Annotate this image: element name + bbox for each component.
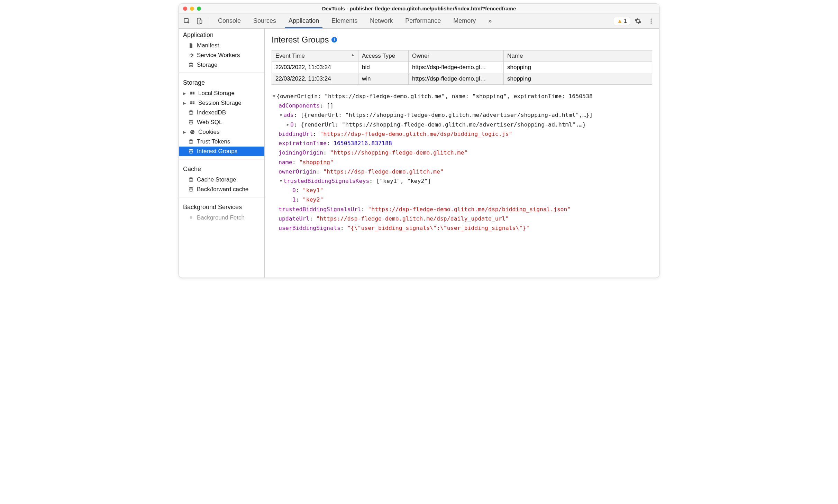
sidebar-item-label: Cache Storage <box>197 176 236 183</box>
column-header-event-time[interactable]: Event Time ▲ <box>272 50 358 62</box>
cell-owner: https://dsp-fledge-demo.gl… <box>409 73 504 85</box>
caret-icon[interactable] <box>279 178 283 184</box>
sidebar-section-background: Background Services <box>179 200 264 213</box>
sidebar-item-label: Background Fetch <box>197 214 245 221</box>
sidebar-item-service-workers[interactable]: Service Workers <box>179 50 264 60</box>
window-close-button[interactable] <box>183 7 187 11</box>
json-prop-name[interactable]: name: "shopping" <box>272 158 652 167</box>
json-prop-adcomponents[interactable]: adComponents: [] <box>272 101 652 110</box>
tab-sources[interactable]: Sources <box>247 13 282 28</box>
sidebar-item-label: Session Storage <box>198 100 242 106</box>
main-tabs: Console Sources Application Elements Net… <box>212 13 612 28</box>
window-maximize-button[interactable] <box>197 7 201 11</box>
tab-application[interactable]: Application <box>282 13 325 28</box>
caret-icon[interactable] <box>279 112 283 119</box>
warnings-badge[interactable]: ▲ 1 <box>614 17 630 25</box>
sidebar-item-label: IndexedDB <box>197 109 226 116</box>
svg-rect-11 <box>190 101 192 102</box>
sidebar-item-label: Cookies <box>198 129 219 136</box>
svg-point-5 <box>650 22 652 24</box>
sidebar-divider <box>179 73 264 73</box>
json-prop-tbsk-1[interactable]: 1: "key2" <box>272 195 652 204</box>
inspect-element-icon[interactable] <box>182 16 192 26</box>
svg-rect-2 <box>200 20 202 23</box>
json-prop-tbsurl[interactable]: trustedBiddingSignalsUrl: "https://dsp-f… <box>272 205 652 214</box>
info-icon[interactable]: i <box>331 37 337 43</box>
sidebar-item-trust-tokens[interactable]: Trust Tokens <box>179 137 264 147</box>
svg-point-20 <box>192 132 192 133</box>
svg-point-22 <box>189 139 193 141</box>
expand-arrow-icon[interactable]: ▶ <box>182 101 186 105</box>
more-menu-icon[interactable] <box>646 16 656 26</box>
content-pane: Interest Groups i Event Time ▲ Access Ty… <box>265 29 659 278</box>
table-icon <box>189 90 195 96</box>
svg-rect-7 <box>190 92 192 93</box>
arrow-up-icon <box>188 215 194 221</box>
column-header-name[interactable]: Name <box>504 50 652 62</box>
caret-icon[interactable] <box>272 93 276 100</box>
sidebar-item-session-storage[interactable]: ▶ Session Storage <box>179 98 264 108</box>
sidebar-item-label: Local Storage <box>198 90 235 97</box>
sidebar-item-manifest[interactable]: Manifest <box>179 41 264 50</box>
json-prop-ownerorigin[interactable]: ownerOrigin: "https://dsp-fledge-demo.gl… <box>272 167 652 176</box>
json-prop-expirationtime[interactable]: expirationTime: 1650538216.837188 <box>272 139 652 148</box>
sidebar-divider <box>179 159 264 159</box>
panel-heading: Interest Groups i <box>272 35 652 45</box>
caret-icon[interactable] <box>285 122 290 128</box>
tab-performance[interactable]: Performance <box>399 13 447 28</box>
table-row[interactable]: 22/03/2022, 11:03:24 win https://dsp-fle… <box>272 73 652 85</box>
sidebar-divider <box>179 197 264 197</box>
sidebar-item-interest-groups[interactable]: Interest Groups <box>179 147 264 156</box>
json-prop-tbsk[interactable]: trustedBiddingSignalsKeys: ["key1", "key… <box>272 176 652 186</box>
json-root[interactable]: {ownerOrigin: "https://dsp-fledge-demo.g… <box>272 92 652 101</box>
json-prop-userbiddingsignals[interactable]: userBiddingSignals: "{\"user_bidding_sig… <box>272 223 652 233</box>
sidebar-item-bfcache[interactable]: Back/forward cache <box>179 185 264 194</box>
file-icon <box>188 43 194 49</box>
database-icon <box>188 177 194 183</box>
gear-icon <box>188 52 194 58</box>
sidebar-item-indexeddb[interactable]: IndexedDB <box>179 108 264 118</box>
sidebar-item-cookies[interactable]: ▶ Cookies <box>179 127 264 137</box>
sidebar-item-storage[interactable]: Storage <box>179 60 264 70</box>
window-title: DevTools - publisher-fledge-demo.glitch.… <box>179 6 659 11</box>
json-prop-ads[interactable]: ads: [{renderUrl: "https://shopping-fled… <box>272 110 652 120</box>
sidebar-item-background-fetch[interactable]: Background Fetch <box>179 213 264 223</box>
svg-point-17 <box>190 130 194 134</box>
svg-point-3 <box>650 18 652 19</box>
sidebar-item-websql[interactable]: Web SQL <box>179 118 264 127</box>
json-prop-joiningorigin[interactable]: joiningOrigin: "https://shopping-fledge-… <box>272 148 652 157</box>
table-row[interactable]: 22/03/2022, 11:03:24 bid https://dsp-fle… <box>272 62 652 73</box>
sidebar-item-cache-storage[interactable]: Cache Storage <box>179 175 264 185</box>
svg-rect-13 <box>190 103 192 104</box>
json-prop-updateurl[interactable]: updateUrl: "https://dsp-fledge-demo.glit… <box>272 214 652 223</box>
sidebar-item-label: Trust Tokens <box>197 138 230 145</box>
panel-heading-text: Interest Groups <box>272 35 329 45</box>
device-toolbar-icon[interactable] <box>194 16 204 26</box>
tab-elements[interactable]: Elements <box>325 13 364 28</box>
sidebar-section-application: Application <box>179 29 264 41</box>
table-icon <box>189 100 195 106</box>
window-minimize-button[interactable] <box>190 7 194 11</box>
expand-arrow-icon[interactable]: ▶ <box>182 130 186 134</box>
sort-arrow-icon: ▲ <box>351 53 355 57</box>
svg-point-23 <box>189 149 193 150</box>
svg-point-21 <box>193 132 194 133</box>
cell-owner: https://dsp-fledge-demo.gl… <box>409 62 504 73</box>
more-tabs-button[interactable]: » <box>482 13 498 28</box>
sidebar-item-local-storage[interactable]: ▶ Local Storage <box>179 88 264 98</box>
json-prop-ads-0[interactable]: 0: {renderUrl: "https://shopping-fledge-… <box>272 120 652 129</box>
column-header-owner[interactable]: Owner <box>409 50 504 62</box>
column-header-access-type[interactable]: Access Type <box>358 50 409 62</box>
tab-console[interactable]: Console <box>212 13 247 28</box>
svg-rect-12 <box>193 101 194 102</box>
tab-memory[interactable]: Memory <box>447 13 482 28</box>
expand-arrow-icon[interactable]: ▶ <box>182 91 186 96</box>
sidebar-item-label: Interest Groups <box>197 148 237 155</box>
json-prop-tbsk-0[interactable]: 0: "key1" <box>272 186 652 195</box>
main-area: Application Manifest Service Workers Sto… <box>179 29 659 278</box>
json-prop-biddingurl[interactable]: biddingUrl: "https://dsp-fledge-demo.gli… <box>272 129 652 139</box>
interest-groups-table: Event Time ▲ Access Type Owner Name 22/0… <box>272 50 652 85</box>
tab-network[interactable]: Network <box>364 13 399 28</box>
settings-icon[interactable] <box>633 16 643 26</box>
sidebar-item-label: Service Workers <box>197 52 240 59</box>
